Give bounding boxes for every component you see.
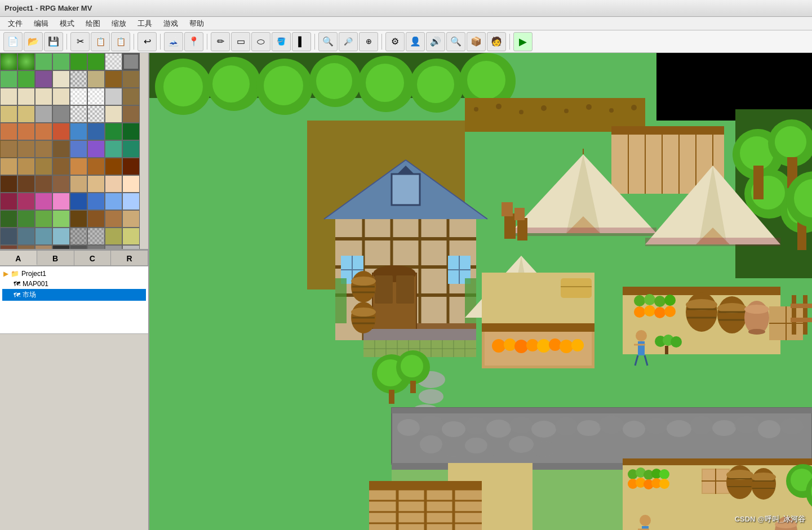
tile-cell[interactable] [17, 70, 35, 88]
tile-cell[interactable] [87, 158, 105, 175]
tile-cell[interactable] [0, 175, 17, 193]
menu-edit[interactable]: 编辑 [28, 17, 54, 30]
tile-cell[interactable] [122, 228, 140, 245]
tile-cell[interactable] [70, 105, 87, 123]
menu-game[interactable]: 游戏 [158, 17, 184, 30]
tile-cell[interactable] [17, 88, 35, 105]
tree-map001[interactable]: 🗺 MAP001 [2, 279, 146, 289]
tile-cell[interactable] [17, 105, 35, 123]
tile-cell[interactable] [35, 210, 52, 228]
tile-cell[interactable] [0, 245, 17, 249]
tile-cell[interactable] [52, 193, 70, 210]
tile-cell[interactable] [105, 210, 122, 228]
tile-cell[interactable] [0, 193, 17, 210]
tile-cell[interactable] [87, 140, 105, 158]
menu-file[interactable]: 文件 [2, 17, 28, 30]
tile-cell[interactable] [87, 53, 105, 70]
tile-cell[interactable] [87, 123, 105, 140]
tile-cell[interactable] [87, 228, 105, 245]
tile-cell[interactable] [35, 140, 52, 158]
tile-cell[interactable] [52, 105, 70, 123]
tile-cell[interactable] [70, 158, 87, 175]
menu-mode[interactable]: 模式 [54, 17, 80, 30]
tile-cell[interactable] [35, 88, 52, 105]
tile-cell[interactable] [17, 210, 35, 228]
shadow-button[interactable]: ▌ [292, 32, 311, 51]
tile-cell[interactable] [35, 70, 52, 88]
map-area[interactable]: CSDN @呼叫_冰河谷 [149, 53, 812, 530]
undo-button[interactable]: ↩ [137, 32, 157, 51]
tile-cell[interactable] [122, 123, 140, 140]
tile-cell[interactable] [17, 245, 35, 249]
copy-button[interactable]: 📋 [91, 32, 110, 51]
tile-cell[interactable] [70, 88, 87, 105]
tile-cell[interactable] [0, 140, 17, 158]
database-button[interactable]: 👤 [406, 32, 425, 51]
tile-cell[interactable] [0, 70, 17, 88]
tile-cell[interactable] [122, 193, 140, 210]
tile-cell[interactable] [122, 105, 140, 123]
rect-button[interactable]: ▭ [231, 32, 250, 51]
tile-cell[interactable] [87, 105, 105, 123]
tile-cell[interactable] [87, 210, 105, 228]
resource-button[interactable]: 🔍 [446, 32, 465, 51]
tile-cell[interactable] [70, 70, 87, 88]
tile-cell[interactable] [35, 123, 52, 140]
tile-cell[interactable] [17, 193, 35, 210]
tile-cell[interactable] [17, 140, 35, 158]
play-button[interactable]: ▶ [513, 32, 533, 51]
tile-cell[interactable] [105, 228, 122, 245]
tile-cell[interactable] [52, 175, 70, 193]
tile-cell[interactable] [122, 70, 140, 88]
zoom-out-button[interactable]: 🔎 [339, 32, 358, 51]
tileset-scroll[interactable] [0, 53, 148, 249]
tile-cell[interactable] [70, 228, 87, 245]
character-button[interactable]: 🧑 [487, 32, 506, 51]
tile-cell[interactable] [105, 123, 122, 140]
tile-cell[interactable] [35, 53, 52, 70]
tile-cell[interactable] [52, 140, 70, 158]
map-edit-button[interactable]: 🗻 [164, 32, 183, 51]
zoom-reset-button[interactable]: ⊕ [359, 32, 378, 51]
menu-tools[interactable]: 工具 [132, 17, 158, 30]
tile-cell[interactable] [0, 123, 17, 140]
tile-cell[interactable] [17, 123, 35, 140]
menu-draw[interactable]: 绘图 [80, 17, 106, 30]
tile-cell[interactable] [52, 53, 70, 70]
tile-cell[interactable] [17, 175, 35, 193]
tile-cell[interactable] [122, 210, 140, 228]
flood-button[interactable]: 🪣 [272, 32, 291, 51]
tile-cell[interactable] [87, 70, 105, 88]
pencil-button[interactable]: ✏ [211, 32, 230, 51]
tile-cell[interactable] [0, 105, 17, 123]
tile-cell[interactable] [105, 193, 122, 210]
tab-b[interactable]: B [37, 251, 74, 265]
tab-a[interactable]: A [0, 251, 37, 265]
tile-cell[interactable] [70, 193, 87, 210]
tile-cell[interactable] [87, 88, 105, 105]
tile-cell[interactable] [122, 175, 140, 193]
tile-cell[interactable] [35, 193, 52, 210]
tile-cell[interactable] [70, 140, 87, 158]
tile-cell[interactable] [105, 175, 122, 193]
event-edit-button[interactable]: 📍 [184, 32, 203, 51]
menu-help[interactable]: 帮助 [184, 17, 210, 30]
tree-project[interactable]: ▶ 📁 Project1 [2, 269, 146, 279]
save-button[interactable]: 💾 [44, 32, 63, 51]
new-button[interactable]: 📄 [3, 32, 23, 51]
tile-cell[interactable] [0, 53, 17, 70]
menu-zoom[interactable]: 缩放 [106, 17, 132, 30]
deploy-button[interactable]: 📦 [467, 32, 486, 51]
tile-cell[interactable] [87, 193, 105, 210]
tile-cell[interactable] [105, 140, 122, 158]
tile-cell[interactable] [35, 245, 52, 249]
tile-cell[interactable] [0, 158, 17, 175]
tile-cell[interactable] [52, 245, 70, 249]
tile-cell[interactable] [0, 228, 17, 245]
tile-cell[interactable] [35, 228, 52, 245]
tile-cell[interactable] [52, 70, 70, 88]
tree-market[interactable]: 🗺 市场 [2, 289, 146, 301]
tile-cell[interactable] [122, 88, 140, 105]
tile-cell[interactable] [17, 158, 35, 175]
tile-cell[interactable] [105, 88, 122, 105]
